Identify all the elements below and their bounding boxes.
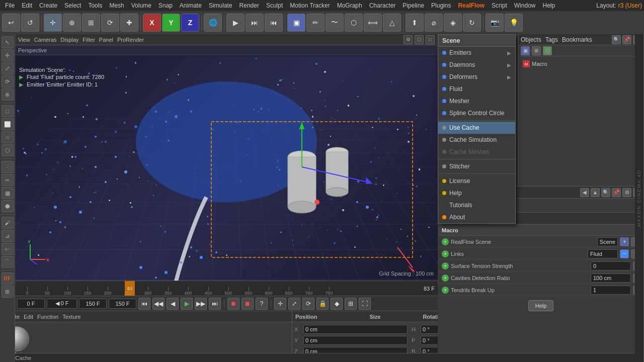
- attr-help-button[interactable]: Help: [528, 300, 553, 311]
- dropdown-spline[interactable]: Spline Control Circle: [438, 107, 515, 119]
- keyframe-btn[interactable]: ◆: [331, 298, 343, 310]
- menu-simulate[interactable]: Simulate: [206, 1, 235, 10]
- material-texture-menu[interactable]: Texture: [62, 314, 80, 320]
- sidebar-edges[interactable]: ═: [2, 174, 14, 186]
- tab-objects[interactable]: Objects: [521, 36, 541, 43]
- grid-btn[interactable]: ⊞: [345, 298, 357, 310]
- tab-bookmarks[interactable]: Bookmarks: [562, 36, 592, 43]
- toolbar-camera[interactable]: 📷: [486, 14, 504, 32]
- timeline-current-frame[interactable]: 83: [125, 281, 135, 296]
- sidebar-realflow[interactable]: RF: [2, 273, 14, 285]
- frame-end2-input[interactable]: [109, 299, 136, 309]
- menu-tools[interactable]: Tools: [85, 1, 105, 10]
- fullscreen-btn[interactable]: ⛶: [359, 298, 371, 310]
- toolbar-knife[interactable]: ⌀: [425, 14, 443, 32]
- rotate-tool-btn[interactable]: ⟳: [302, 298, 314, 310]
- toolbar-play1[interactable]: ▶: [226, 14, 245, 32]
- attr-scene-value[interactable]: Scene: [597, 237, 618, 246]
- sidebar-bend[interactable]: ⌒: [2, 256, 14, 268]
- dropdown-help[interactable]: Help: [438, 187, 515, 199]
- prev-frame-btn[interactable]: ◀◀: [152, 298, 165, 310]
- timeline-area[interactable]: 83 0 50 100 150 200 250 300 350 400 450 …: [15, 281, 438, 296]
- attr-cav-input[interactable]: [591, 274, 631, 283]
- sidebar-paint[interactable]: 🖌: [2, 217, 14, 229]
- toolbar-undo[interactable]: ↩: [2, 14, 20, 32]
- toolbar-polygon[interactable]: △: [383, 14, 401, 32]
- play-btn[interactable]: ▶: [181, 298, 193, 310]
- viewport-canvas[interactable]: Grid Spacing : 100 cm X Y Z: [15, 56, 438, 281]
- go-start-btn[interactable]: ⏮: [138, 298, 150, 310]
- dropdown-cache-simulation[interactable]: Cache Simulation: [438, 134, 515, 146]
- toolbar-y[interactable]: Y: [162, 14, 180, 32]
- sidebar-points[interactable]: ·: [2, 161, 14, 173]
- viewport-display-menu[interactable]: Display: [60, 37, 78, 43]
- toolbar-sym[interactable]: ⟺: [364, 14, 382, 32]
- search-icon[interactable]: 🔍: [612, 35, 621, 44]
- toolbar-x[interactable]: X: [143, 14, 161, 32]
- record-btn[interactable]: ⏺: [227, 298, 239, 310]
- pin-icon[interactable]: 📌: [622, 35, 631, 44]
- dropdown-tutorials[interactable]: Tutorials: [438, 199, 515, 211]
- prev-btn[interactable]: ◀: [167, 298, 179, 310]
- viewport-cameras-menu[interactable]: Cameras: [34, 37, 57, 43]
- dropdown-about[interactable]: About: [438, 211, 515, 223]
- toolbar-z[interactable]: Z: [181, 14, 199, 32]
- toolbar-extrude[interactable]: ⬆: [406, 14, 424, 32]
- dropdown-mesher[interactable]: Mesher: [438, 95, 515, 107]
- viewport-icon-2[interactable]: ⬡: [415, 35, 424, 44]
- toolbar-add[interactable]: ✚: [120, 14, 138, 32]
- sidebar-scale[interactable]: ⤢: [2, 62, 14, 74]
- sidebar-sculpt[interactable]: ⊿: [2, 230, 14, 242]
- toolbar-deform[interactable]: ⬡: [345, 14, 363, 32]
- viewport-panel-menu[interactable]: Panel: [99, 37, 113, 43]
- toolbar-rotate[interactable]: ⟳: [101, 14, 119, 32]
- frame-end-input[interactable]: [79, 299, 107, 309]
- toolbar-play2[interactable]: ⏭: [246, 14, 264, 32]
- dropdown-deformers[interactable]: Deformers ▶: [438, 71, 515, 83]
- menu-file[interactable]: File: [2, 1, 18, 10]
- attr-st-input[interactable]: [591, 261, 631, 270]
- material-edit-menu[interactable]: Edit: [24, 314, 33, 320]
- menu-sculpt[interactable]: Sculpt: [263, 1, 286, 10]
- scale-tool-btn[interactable]: ⤢: [288, 298, 300, 310]
- dropdown-license[interactable]: License: [438, 175, 515, 187]
- attr-search[interactable]: 🔍: [601, 188, 610, 197]
- dropdown-daemons[interactable]: Daemons ▶: [438, 59, 515, 71]
- attr-nav-prev[interactable]: ◀: [580, 188, 589, 197]
- sidebar-lasso[interactable]: ○: [2, 131, 14, 143]
- menu-create[interactable]: Create: [36, 1, 60, 10]
- menu-plugins[interactable]: Plugins: [428, 1, 454, 10]
- sidebar-poly-select[interactable]: ⬡: [2, 144, 14, 156]
- menu-pipeline[interactable]: Pipeline: [399, 1, 427, 10]
- next-btn[interactable]: ▶▶: [195, 298, 207, 310]
- toolbar-light[interactable]: 💡: [505, 14, 523, 32]
- material-function-menu[interactable]: Function: [37, 314, 58, 320]
- attr-nav-up[interactable]: ▲: [591, 188, 600, 197]
- menu-select[interactable]: Select: [61, 1, 84, 10]
- toolbar-curve[interactable]: 〜: [326, 14, 344, 32]
- sidebar-twist[interactable]: ⟜: [2, 243, 14, 255]
- menu-edit[interactable]: Edit: [19, 1, 35, 10]
- viewport-icon-3[interactable]: □: [426, 35, 435, 44]
- attr-ten-input[interactable]: [591, 286, 631, 295]
- menu-script[interactable]: Script: [489, 1, 510, 10]
- obj-icon-3[interactable]: ⬡: [543, 46, 552, 55]
- scene-item-macro[interactable]: M Macro ✓: [521, 58, 642, 69]
- menu-window[interactable]: Window: [511, 1, 539, 10]
- layout-value[interactable]: r3 (User): [618, 2, 642, 9]
- menu-motiontracker[interactable]: Motion Tracker: [287, 1, 333, 10]
- viewport-prorender-menu[interactable]: ProRender: [117, 37, 144, 43]
- go-end-btn[interactable]: ⏭: [209, 298, 221, 310]
- toolbar-select[interactable]: ✛: [44, 14, 62, 32]
- timeline-ruler[interactable]: 83 0 50 100 150 200 250 300 350 400 450 …: [15, 281, 421, 296]
- attr-settings[interactable]: ⚙: [622, 188, 631, 197]
- toolbar-play3[interactable]: ⏮: [265, 14, 283, 32]
- obj-icon-1[interactable]: ▣: [521, 46, 530, 55]
- toolbar-cube[interactable]: ▣: [287, 14, 305, 32]
- sidebar-rotate[interactable]: ⟳: [2, 75, 14, 87]
- move-tool-btn[interactable]: ✛: [274, 298, 286, 310]
- menu-mograph[interactable]: MoGraph: [334, 1, 365, 10]
- toolbar-world[interactable]: 🌐: [204, 14, 222, 32]
- toolbar-scale[interactable]: ⊞: [82, 14, 100, 32]
- menu-volume[interactable]: Volume: [128, 1, 154, 10]
